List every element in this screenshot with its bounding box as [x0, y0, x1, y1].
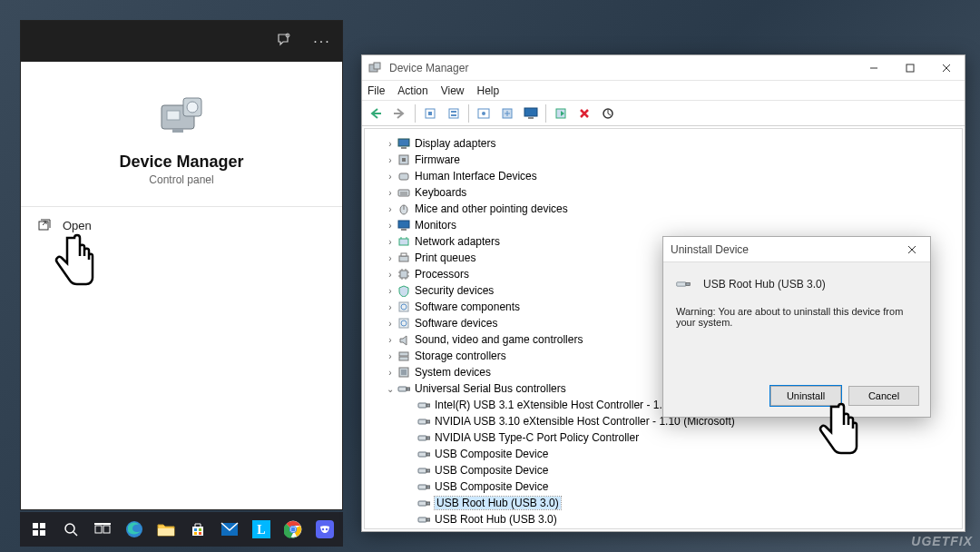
svg-point-30	[321, 528, 323, 530]
taskbar: L	[20, 512, 343, 547]
start-button[interactable]	[24, 514, 54, 545]
maximize-button[interactable]	[892, 55, 928, 81]
file-explorer[interactable]	[151, 514, 181, 545]
expand-toggle[interactable]: ⌄	[384, 384, 397, 394]
dialog-titlebar[interactable]: Uninstall Device	[663, 237, 930, 262]
task-view-button[interactable]	[87, 514, 117, 545]
expand-toggle[interactable]: ›	[384, 188, 397, 198]
search-button[interactable]	[55, 514, 85, 545]
svg-rect-19	[194, 532, 197, 535]
window-title: Device Manager	[389, 62, 468, 74]
expand-toggle[interactable]: ›	[384, 221, 397, 231]
expand-toggle[interactable]: ›	[384, 368, 397, 378]
tree-node[interactable]: ›Monitors	[373, 217, 954, 233]
tree-node[interactable]: USB Root Hub (USB 3.0)	[373, 511, 954, 527]
expand-toggle[interactable]: ›	[384, 351, 397, 361]
tree-node[interactable]: USB Composite Device	[373, 478, 954, 495]
edge-browser[interactable]	[119, 514, 149, 545]
cancel-button[interactable]: Cancel	[848, 386, 919, 406]
feedback-icon[interactable]	[271, 33, 297, 50]
update-icon[interactable]	[597, 104, 619, 123]
tree-node-label: USB Composite Device	[435, 464, 548, 477]
titlebar[interactable]: Device Manager	[362, 55, 965, 81]
expand-toggle[interactable]: ›	[384, 172, 397, 182]
expand-toggle[interactable]: ›	[384, 204, 397, 214]
expand-toggle[interactable]: ›	[384, 335, 397, 345]
usb-icon	[416, 479, 431, 494]
back-icon[interactable]	[366, 104, 387, 123]
chrome-browser[interactable]	[278, 514, 308, 545]
app-l[interactable]: L	[246, 514, 276, 545]
toolbar	[362, 101, 965, 126]
close-button[interactable]	[928, 55, 965, 81]
expand-toggle[interactable]: ›	[384, 155, 397, 165]
svg-rect-67	[398, 387, 407, 391]
tree-node[interactable]: ›USB Connector Managers	[373, 527, 954, 528]
enable-icon[interactable]	[550, 104, 572, 123]
usb-icon	[416, 447, 431, 461]
menu-view[interactable]: View	[441, 84, 465, 97]
expand-toggle[interactable]: ›	[384, 253, 397, 263]
tree-node[interactable]: ›Mice and other pointing devices	[373, 201, 954, 217]
svg-rect-50	[399, 173, 408, 180]
tree-node-label: Firmware	[415, 153, 460, 166]
forward-icon[interactable]	[389, 104, 411, 123]
expand-toggle[interactable]: ›	[384, 139, 397, 149]
open-label: Open	[63, 219, 92, 232]
watermark: UGETFIX	[911, 534, 973, 548]
mail-app[interactable]	[214, 514, 244, 545]
minimize-button[interactable]	[856, 55, 892, 81]
expand-toggle[interactable]: ›	[384, 286, 397, 296]
menu-file[interactable]: File	[368, 84, 385, 97]
svg-rect-57	[401, 253, 407, 256]
dialog-device-name: USB Root Hub (USB 3.0)	[703, 278, 826, 291]
tree-node-label: Storage controllers	[415, 350, 506, 362]
svg-point-4	[187, 102, 198, 113]
dialog-close-button[interactable]	[901, 239, 923, 261]
expand-toggle[interactable]: ›	[384, 319, 397, 329]
more-icon[interactable]: ···	[309, 34, 335, 50]
open-action[interactable]: Open	[21, 207, 342, 243]
dialog-buttons: Uninstall Cancel	[663, 379, 930, 417]
svg-rect-75	[418, 452, 426, 457]
scan-icon[interactable]	[496, 104, 518, 123]
disable-icon[interactable]	[573, 104, 595, 123]
tree-node[interactable]: ›Firmware	[373, 152, 954, 168]
svg-point-11	[65, 524, 74, 533]
app-icon	[368, 61, 382, 75]
expand-toggle[interactable]: ›	[384, 270, 397, 280]
svg-rect-56	[399, 256, 408, 261]
svg-rect-9	[33, 530, 38, 536]
svg-rect-77	[418, 468, 426, 473]
display-icon	[397, 136, 411, 151]
expand-toggle[interactable]: ›	[384, 237, 397, 247]
svg-text:L: L	[257, 523, 265, 537]
left-panel-header: ···	[21, 21, 342, 62]
usb-icon	[676, 277, 691, 291]
tree-node[interactable]: ›Keyboards	[373, 184, 954, 201]
tree-node[interactable]: ›Display adapters	[373, 135, 954, 152]
usb-icon	[416, 430, 431, 445]
usb-icon	[416, 414, 431, 429]
tree-node[interactable]: USB Composite Device	[373, 462, 954, 478]
tree-node-label: Sound, video and game controllers	[415, 333, 583, 346]
uninstall-button[interactable]: Uninstall	[770, 386, 841, 406]
discord-app[interactable]	[309, 514, 339, 545]
expand-toggle[interactable]: ›	[384, 302, 397, 312]
tree-node[interactable]: ›Human Interface Devices	[373, 168, 954, 184]
svg-rect-12	[95, 526, 102, 533]
svg-rect-18	[199, 528, 201, 531]
help-icon[interactable]	[443, 104, 465, 123]
monitor-icon[interactable]	[520, 104, 542, 123]
menu-help[interactable]: Help	[477, 84, 500, 97]
svg-point-40	[482, 112, 485, 115]
microsoft-store[interactable]	[182, 514, 212, 545]
tree-node[interactable]: USB Composite Device	[373, 446, 954, 462]
up-icon[interactable]	[419, 104, 441, 123]
svg-rect-55	[399, 239, 408, 245]
tree-node[interactable]: NVIDIA USB Type-C Port Policy Controller	[373, 429, 954, 446]
properties-icon[interactable]	[473, 104, 495, 123]
kb-icon	[397, 185, 411, 200]
tree-node[interactable]: USB Root Hub (USB 3.0)	[373, 495, 954, 511]
menu-action[interactable]: Action	[397, 84, 427, 97]
